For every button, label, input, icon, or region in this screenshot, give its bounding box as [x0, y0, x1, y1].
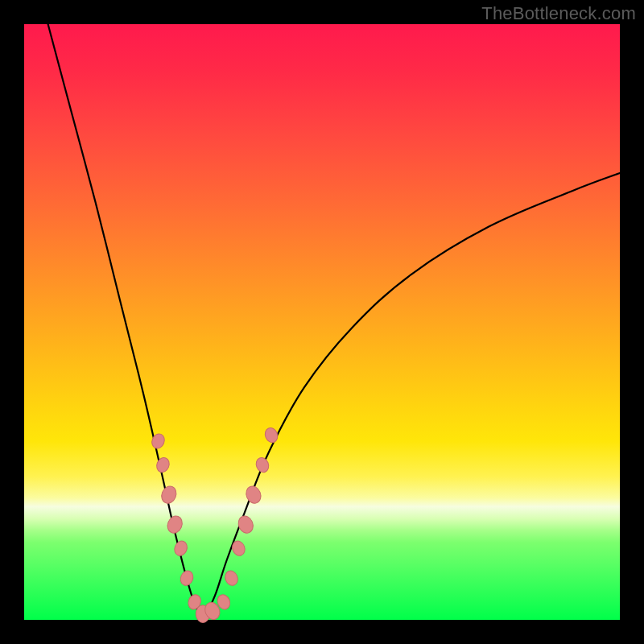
curve-svg: [24, 24, 620, 620]
watermark-text: TheBottleneck.com: [481, 3, 636, 24]
bead-marker: [223, 569, 240, 588]
bead-marker: [159, 484, 179, 506]
bead-marker: [165, 514, 184, 535]
curve-right-branch: [203, 173, 620, 620]
bead-marker: [263, 426, 280, 444]
plot-area: [24, 24, 620, 620]
outer-frame: TheBottleneck.com: [0, 0, 644, 644]
bead-marker: [236, 514, 255, 535]
bead-marker: [155, 456, 171, 474]
bead-marker: [172, 539, 189, 558]
bead-marker: [179, 569, 196, 588]
curve-group: [48, 24, 620, 620]
bead-marker: [254, 456, 271, 474]
bead-marker: [244, 484, 263, 506]
bead-group: [150, 426, 279, 622]
